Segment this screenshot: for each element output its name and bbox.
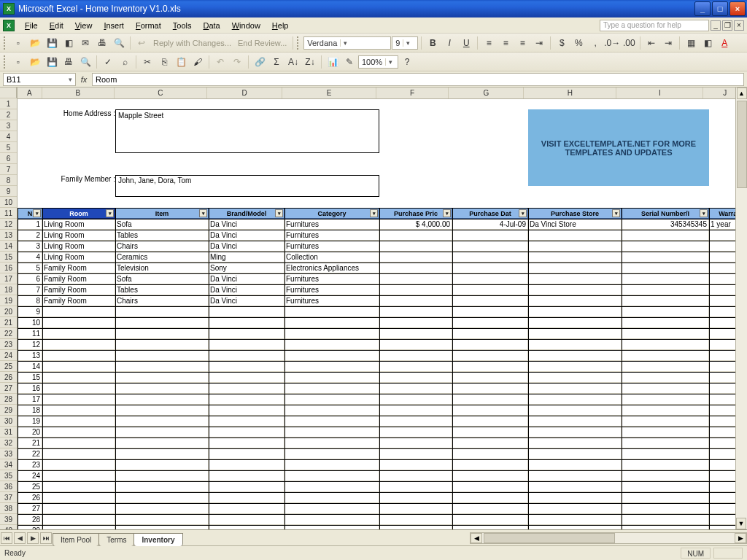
- print-preview-button[interactable]: 🔍: [111, 35, 127, 51]
- cell-serial[interactable]: [622, 361, 709, 372]
- menu-file[interactable]: File: [19, 20, 44, 31]
- row-header-23[interactable]: 23: [0, 339, 17, 350]
- cell-date[interactable]: 4-Jul-09: [452, 219, 528, 230]
- cell-store[interactable]: [528, 448, 622, 459]
- doc-minimize-button[interactable]: _: [711, 20, 721, 31]
- cell-item[interactable]: [115, 383, 209, 394]
- cell-item[interactable]: [115, 350, 209, 361]
- doc-restore-button[interactable]: ❐: [722, 20, 732, 31]
- menu-window[interactable]: Window: [226, 20, 266, 31]
- formula-input[interactable]: Room: [92, 73, 744, 86]
- cell-serial[interactable]: [622, 448, 709, 459]
- cell-serial[interactable]: [622, 306, 709, 317]
- cell-item[interactable]: [115, 438, 209, 448]
- toolbar-grip-2[interactable]: [297, 36, 300, 50]
- cell-store[interactable]: [528, 394, 622, 405]
- cell-cat[interactable]: [285, 470, 379, 481]
- row-header-5[interactable]: 5: [0, 142, 17, 153]
- table-row[interactable]: 3Living RoomChairsDa VinciFurnitures: [18, 241, 747, 252]
- cell-n[interactable]: 20: [18, 427, 42, 438]
- row-header-1[interactable]: 1: [0, 98, 17, 109]
- cell-room[interactable]: Living Room: [42, 252, 115, 262]
- table-header-purchase-pric[interactable]: Purchase Pric▾: [379, 208, 452, 219]
- col-header-G[interactable]: G: [449, 88, 524, 98]
- scroll-right-button[interactable]: ▶: [735, 533, 746, 543]
- table-row[interactable]: 8Family RoomChairsDa VinciFurnitures: [18, 295, 747, 306]
- cell-room[interactable]: [42, 306, 115, 317]
- col-header-D[interactable]: D: [207, 88, 282, 98]
- cell-n[interactable]: 5: [18, 262, 42, 273]
- cell-brand[interactable]: Da Vinci: [209, 219, 285, 230]
- table-header-purchase-dat[interactable]: Purchase Dat▾: [452, 208, 528, 219]
- cell-room[interactable]: Living Room: [42, 230, 115, 241]
- cell-store[interactable]: [528, 405, 622, 416]
- cell-serial[interactable]: [622, 481, 709, 492]
- table-row[interactable]: 13: [18, 350, 747, 361]
- increase-decimal-button[interactable]: .0→: [604, 35, 620, 51]
- table-row[interactable]: 26: [18, 492, 747, 503]
- table-header-serial-number-i[interactable]: Serial Number/I▾: [622, 208, 709, 219]
- cell-brand[interactable]: [209, 438, 285, 448]
- cell-serial[interactable]: [622, 492, 709, 503]
- cell-item[interactable]: [115, 328, 209, 339]
- cell-date[interactable]: [452, 492, 528, 503]
- cell-room[interactable]: [42, 459, 115, 470]
- cell-n[interactable]: 6: [18, 273, 42, 284]
- cell-serial[interactable]: [622, 503, 709, 514]
- scroll-up-button[interactable]: ▲: [737, 88, 747, 99]
- fill-color-button[interactable]: ◧: [700, 35, 716, 51]
- cell-price[interactable]: [379, 273, 452, 284]
- cell-n[interactable]: 15: [18, 372, 42, 383]
- cell-serial[interactable]: [622, 470, 709, 481]
- cell-serial[interactable]: [622, 394, 709, 405]
- cell-date[interactable]: [452, 427, 528, 438]
- cell-date[interactable]: [452, 503, 528, 514]
- cell-cat[interactable]: [285, 438, 379, 448]
- table-row[interactable]: 7Family RoomTablesDa VinciFurnitures: [18, 284, 747, 295]
- filter-button[interactable]: ▾: [275, 209, 283, 217]
- cell-store[interactable]: [528, 514, 622, 525]
- align-left-button[interactable]: ≡: [481, 35, 497, 51]
- family-member-box[interactable]: John, Jane, Dora, Tom: [115, 175, 379, 197]
- cell-cat[interactable]: [285, 383, 379, 394]
- comma-button[interactable]: ,: [587, 35, 603, 51]
- cell-price[interactable]: [379, 481, 452, 492]
- row-header-38[interactable]: 38: [0, 503, 17, 514]
- open2-button[interactable]: 📂: [27, 54, 43, 70]
- row-header-6[interactable]: 6: [0, 153, 17, 164]
- cell-n[interactable]: 18: [18, 405, 42, 416]
- row-header-39[interactable]: 39: [0, 514, 17, 525]
- filter-button[interactable]: ▾: [370, 209, 378, 217]
- cell-price[interactable]: [379, 328, 452, 339]
- table-header-purchase-store[interactable]: Purchase Store▾: [528, 208, 622, 219]
- select-all-corner[interactable]: [0, 88, 17, 98]
- table-row[interactable]: 18: [18, 405, 747, 416]
- cell-price[interactable]: $ 4,000.00: [379, 219, 452, 230]
- cell-brand[interactable]: [209, 503, 285, 514]
- cell-n[interactable]: 1: [18, 219, 42, 230]
- redo-button[interactable]: ↷: [229, 54, 245, 70]
- cell-price[interactable]: [379, 230, 452, 241]
- table-row[interactable]: 2Living RoomTablesDa VinciFurnitures: [18, 230, 747, 241]
- cell-date[interactable]: [452, 448, 528, 459]
- row-header-26[interactable]: 26: [0, 372, 17, 383]
- cell-store[interactable]: [528, 361, 622, 372]
- new-workbook-button[interactable]: ▫: [10, 54, 26, 70]
- grid[interactable]: ABCDEFGHIJ Home Address :Mapple StreetFa…: [18, 88, 747, 529]
- cell-price[interactable]: [379, 503, 452, 514]
- menu-insert[interactable]: Insert: [98, 20, 130, 31]
- zoom-combo[interactable]: 100%▾: [358, 55, 398, 69]
- cell-brand[interactable]: Da Vinci: [209, 241, 285, 252]
- cell-price[interactable]: [379, 339, 452, 350]
- cell-price[interactable]: [379, 427, 452, 438]
- col-header-B[interactable]: B: [42, 88, 115, 98]
- cell-date[interactable]: [452, 339, 528, 350]
- format-painter-button[interactable]: 🖌: [190, 54, 206, 70]
- col-header-C[interactable]: C: [115, 88, 207, 98]
- cell-serial[interactable]: [622, 405, 709, 416]
- cell-room[interactable]: [42, 339, 115, 350]
- cell-price[interactable]: [379, 459, 452, 470]
- cell-n[interactable]: 4: [18, 252, 42, 262]
- cell-n[interactable]: 10: [18, 317, 42, 328]
- cell-price[interactable]: [379, 241, 452, 252]
